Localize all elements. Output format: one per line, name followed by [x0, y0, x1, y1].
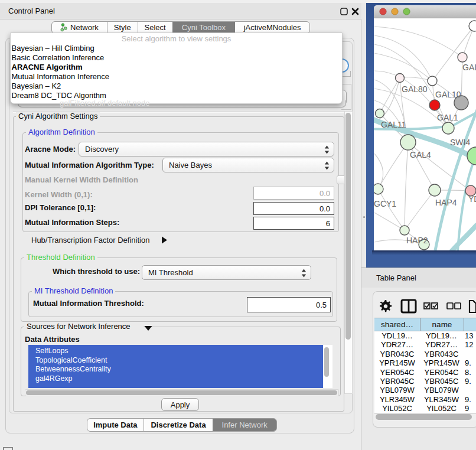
- svg-text:GCY1: GCY1: [374, 199, 396, 208]
- svg-text:HAP4: HAP4: [435, 198, 457, 207]
- svg-text:GAL1: GAL1: [437, 113, 458, 122]
- svg-text:HAP2: HAP2: [406, 236, 428, 245]
- svg-text:GAL7: GAL7: [462, 63, 476, 72]
- svg-text:YD: YD: [468, 194, 476, 204]
- svg-text:GAL4: GAL4: [410, 150, 431, 159]
- svg-text:GAL10: GAL10: [435, 90, 461, 99]
- svg-text:GAL80: GAL80: [402, 84, 428, 94]
- svg-text:SWI4: SWI4: [450, 138, 470, 147]
- svg-text:GAL11: GAL11: [381, 120, 406, 129]
